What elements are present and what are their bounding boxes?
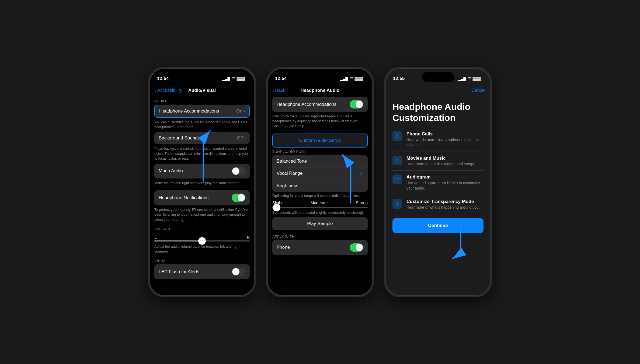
custom-audio-label: Custom Audio Setup bbox=[299, 138, 341, 143]
headphone-accommodations-row[interactable]: Headphone Accommodations On › bbox=[154, 105, 250, 118]
tune-option-vocal-label: Vocal Range bbox=[277, 171, 302, 176]
battery-icon-3: ▓▓▓▏ bbox=[473, 77, 483, 81]
feature-transparency: ◎ Customize Transparency Mode Hear more … bbox=[392, 195, 484, 214]
headphone-notifications-row[interactable]: Headphone Notifications bbox=[154, 190, 250, 205]
slider-labels-p2: Slight Moderate Strong bbox=[272, 200, 368, 205]
tune-description: Optimizing for vocal range will boost mi… bbox=[272, 193, 368, 198]
background-sounds-label: Background Sounds bbox=[159, 135, 200, 141]
phone-apply-toggle[interactable] bbox=[350, 243, 363, 252]
audio-section-label: AUDIO bbox=[150, 97, 254, 105]
nav-bar-2: ‹ Back Headphone Audio bbox=[268, 84, 372, 97]
headphone-accommodations-label: Headphone Accommodations bbox=[159, 108, 219, 114]
mono-audio-label: Mono Audio bbox=[159, 168, 183, 174]
headphone-acc-row-2[interactable]: Headphone Accommodations bbox=[272, 97, 368, 112]
mono-audio-desc: Make the left and right speakers play th… bbox=[150, 179, 254, 188]
transparency-icon-glyph: ◎ bbox=[395, 201, 399, 206]
mono-audio-thumb bbox=[232, 167, 239, 175]
phone-1: 12:54 ▂▄█ 𝍢 ▓▓▓▏ ‹ Accessibility Audio/V… bbox=[149, 68, 255, 296]
boost-slider-thumb[interactable] bbox=[273, 204, 280, 211]
balance-fill bbox=[154, 240, 202, 242]
boost-slider-track[interactable] bbox=[272, 207, 368, 208]
led-flash-row[interactable]: LED Flash for Alerts bbox=[154, 264, 250, 279]
tune-option-vocal[interactable]: Vocal Range ✓ bbox=[272, 167, 368, 180]
tune-option-balanced[interactable]: Balanced Tone bbox=[272, 155, 368, 167]
audiogram-icon-glyph: 〜〜 bbox=[394, 177, 401, 182]
headphone-notifications-thumb bbox=[238, 194, 245, 201]
chevron-left-icon-2: ‹ bbox=[272, 88, 274, 94]
feature-phone-calls: ✆ Phone Calls Hear words more clearly wi… bbox=[392, 128, 484, 152]
headphone-notifications-desc: To protect your hearing, iPhone sends a … bbox=[150, 206, 254, 225]
movies-music-icon: ♪ bbox=[392, 156, 402, 165]
phone-3-screen: 12:55 ▂▄█ 𝍢 ▓▓▓▏ Cancel Headphone Audio … bbox=[386, 69, 490, 295]
cancel-btn-3[interactable]: Cancel bbox=[471, 88, 486, 93]
background-sounds-row[interactable]: Background Sounds Off › bbox=[154, 132, 250, 144]
phone-calls-icon: ✆ bbox=[392, 131, 402, 141]
balance-thumb[interactable] bbox=[198, 237, 206, 245]
headphone-accommodations-desc: You can customize the audio for supporte… bbox=[150, 118, 254, 132]
power-btn-3[interactable] bbox=[490, 104, 491, 123]
apply-section: APPLY WITH: Phone bbox=[272, 232, 368, 255]
balance-section-label: BALANCE bbox=[150, 225, 254, 233]
phone-calls-title: Phone Calls bbox=[406, 131, 484, 137]
play-sample-btn[interactable]: Play Sample bbox=[272, 217, 368, 230]
signal-icon-2: ▂▄█ bbox=[340, 77, 348, 81]
phone-2: 12:54 ▂▄█ 𝍢 ▓▓▓▏ ‹ Back Headphone Audio bbox=[267, 68, 373, 296]
feature-audiogram: 〜〜 Audiogram Use an audiogram from Healt… bbox=[392, 171, 484, 195]
dynamic-island-2 bbox=[304, 72, 336, 82]
nav-bar-1: ‹ Accessibility Audio/Visual bbox=[150, 84, 254, 97]
signal-icon-1: ▂▄█ bbox=[222, 77, 230, 81]
transparency-desc: Hear more of what's happening around you… bbox=[406, 205, 484, 210]
chevron-left-icon-1: ‹ bbox=[154, 88, 156, 94]
play-sample-label: Play Sample bbox=[307, 221, 333, 226]
headphone-notifications-toggle[interactable] bbox=[232, 194, 245, 202]
audiogram-title: Audiogram bbox=[406, 174, 484, 180]
mono-audio-row[interactable]: Mono Audio bbox=[154, 164, 250, 178]
time-3: 12:55 bbox=[393, 76, 405, 81]
tune-option-brightness[interactable]: Brightness bbox=[272, 180, 368, 192]
phones-container: 12:54 ▂▄█ 𝍢 ▓▓▓▏ ‹ Accessibility Audio/V… bbox=[149, 68, 491, 296]
power-btn-2[interactable] bbox=[372, 104, 373, 123]
continue-label: Continue bbox=[428, 223, 448, 228]
transparency-title: Customize Transparency Mode bbox=[406, 199, 484, 204]
phone-calls-text: Phone Calls Hear words more clearly with… bbox=[406, 131, 484, 148]
audiogram-icon: 〜〜 bbox=[392, 174, 402, 184]
back-btn-2[interactable]: ‹ Back bbox=[272, 88, 285, 94]
phone-2-screen: 12:54 ▂▄█ 𝍢 ▓▓▓▏ ‹ Back Headphone Audio bbox=[268, 69, 372, 295]
wifi-icon-1: 𝍢 bbox=[232, 76, 235, 81]
content-2: Headphone Accommodations Customize the a… bbox=[268, 97, 372, 255]
nav-bar-3: Cancel bbox=[386, 84, 490, 97]
headphone-acc-thumb-2 bbox=[356, 101, 363, 108]
movies-music-text: Movies and Music Hear more details in di… bbox=[406, 156, 484, 167]
nav-title-1: Audio/Visual bbox=[188, 88, 216, 93]
back-btn-1[interactable]: ‹ Accessibility bbox=[154, 88, 182, 94]
led-flash-label: LED Flash for Alerts bbox=[159, 269, 199, 275]
apply-row-phone-label: Phone bbox=[277, 245, 290, 250]
led-flash-toggle[interactable] bbox=[232, 268, 245, 276]
mono-audio-toggle[interactable] bbox=[232, 167, 245, 175]
phone-icon-glyph: ✆ bbox=[395, 133, 399, 139]
tune-section: TUNE AUDIO FOR: Balanced Tone Vocal Rang… bbox=[272, 150, 368, 198]
chevron-right-icon-bs: › bbox=[244, 136, 245, 141]
movies-music-desc: Hear more details in dialogue and songs. bbox=[406, 162, 484, 167]
headphone-acc-toggle-2[interactable] bbox=[350, 100, 363, 108]
content-1: AUDIO Headphone Accommodations On › You … bbox=[150, 97, 254, 280]
dynamic-island-3 bbox=[422, 72, 454, 82]
back-label-1: Accessibility bbox=[157, 88, 182, 93]
nav-title-2: Headphone Audio bbox=[301, 88, 340, 93]
headphone-acc-label-2: Headphone Accommodations bbox=[277, 102, 336, 107]
chevron-right-icon-ha: › bbox=[244, 109, 245, 114]
balance-track[interactable] bbox=[154, 240, 250, 242]
background-sounds-value: Off › bbox=[237, 135, 245, 141]
continue-button[interactable]: Continue bbox=[392, 218, 484, 233]
balance-l: L bbox=[154, 235, 156, 239]
visual-section-label: VISUAL bbox=[150, 257, 254, 264]
apply-label: APPLY WITH: bbox=[272, 232, 368, 240]
audiogram-desc: Use an audiogram from Health to customiz… bbox=[406, 180, 484, 191]
custom-audio-btn[interactable]: Custom Audio Setup bbox=[272, 134, 368, 148]
time-2: 12:54 bbox=[275, 76, 287, 81]
status-icons-1: ▂▄█ 𝍢 ▓▓▓▏ bbox=[222, 76, 247, 81]
wifi-icon-3: 𝍢 bbox=[468, 76, 471, 81]
apply-row-phone[interactable]: Phone bbox=[272, 240, 368, 255]
phone-calls-desc: Hear words more clearly without raising … bbox=[406, 137, 484, 148]
power-btn[interactable] bbox=[254, 104, 255, 123]
